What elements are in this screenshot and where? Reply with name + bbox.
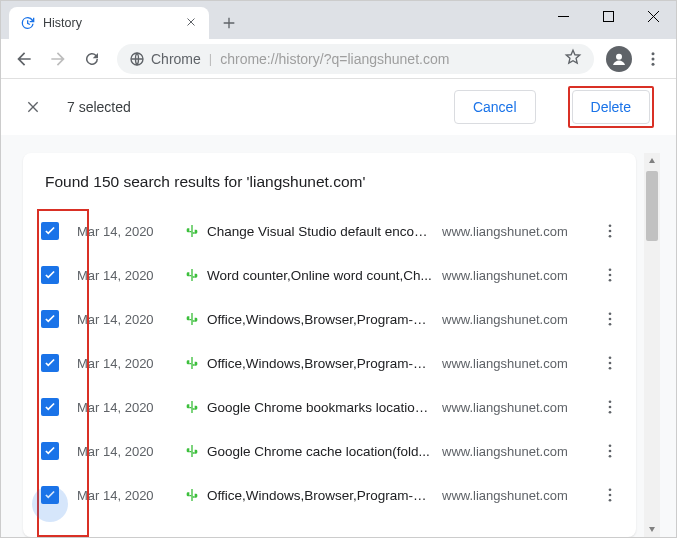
row-overflow-menu[interactable] [592,442,628,460]
checkbox-cell [23,398,77,416]
row-checkbox[interactable] [41,310,59,328]
row-checkbox[interactable] [41,398,59,416]
row-domain-link[interactable]: www.liangshunet.com [442,312,592,327]
svg-point-6 [609,224,612,227]
row-favicon [177,487,207,503]
browser-menu-button[interactable] [638,44,668,74]
back-button[interactable] [9,44,39,74]
close-window-button[interactable] [631,1,676,31]
row-overflow-menu[interactable] [592,222,628,240]
omnibox-separator: | [209,51,212,66]
svg-rect-0 [604,11,614,21]
svg-point-23 [609,455,612,458]
row-overflow-menu[interactable] [592,398,628,416]
svg-point-20 [609,411,612,414]
row-domain-link[interactable]: www.liangshunet.com [442,356,592,371]
row-overflow-menu[interactable] [592,354,628,372]
delete-button[interactable]: Delete [572,90,650,124]
profile-avatar[interactable] [604,44,634,74]
browser-toolbar: Chrome | chrome://history/?q=liangshunet… [1,39,676,79]
svg-point-26 [609,499,612,502]
row-checkbox[interactable] [41,354,59,372]
new-tab-button[interactable] [215,9,243,37]
scroll-down-arrow[interactable] [644,521,660,537]
row-title-link[interactable]: Google Chrome bookmarks location... [207,400,442,415]
annotation-highlight: Delete [568,86,654,128]
row-domain-link[interactable]: www.liangshunet.com [442,400,592,415]
row-checkbox[interactable] [41,442,59,460]
scroll-thumb[interactable] [646,171,658,241]
close-tab-icon[interactable] [183,13,199,33]
row-date: Mar 14, 2020 [77,356,177,371]
row-overflow-menu[interactable] [592,310,628,328]
row-overflow-menu[interactable] [592,266,628,284]
row-title-link[interactable]: Change Visual Studio default encod... [207,224,442,239]
row-title-link[interactable]: Office,Windows,Browser,Program-Li... [207,312,442,327]
history-icon [19,15,35,31]
reload-button[interactable] [77,44,107,74]
svg-point-24 [609,488,612,491]
forward-button[interactable] [43,44,73,74]
row-date: Mar 14, 2020 [77,400,177,415]
history-row: Mar 14, 2020Office,Windows,Browser,Progr… [23,473,636,517]
svg-point-8 [609,235,612,238]
scroll-up-arrow[interactable] [644,153,660,169]
row-favicon [177,223,207,239]
results-header: Found 150 search results for 'liangshune… [23,153,636,209]
vertical-scrollbar[interactable] [644,153,660,537]
content-area: Found 150 search results for 'liangshune… [1,135,676,537]
address-bar[interactable]: Chrome | chrome://history/?q=liangshunet… [117,44,594,74]
row-date: Mar 14, 2020 [77,268,177,283]
svg-point-22 [609,450,612,453]
row-domain-link[interactable]: www.liangshunet.com [442,268,592,283]
results-card: Found 150 search results for 'liangshune… [23,153,636,537]
clear-selection-button[interactable] [23,97,43,117]
row-domain-link[interactable]: www.liangshunet.com [442,224,592,239]
svg-point-16 [609,362,612,365]
row-checkbox[interactable] [41,266,59,284]
row-title-link[interactable]: Google Chrome cache location(fold... [207,444,442,459]
history-row: Mar 14, 2020Google Chrome bookmarks loca… [23,385,636,429]
checkbox-cell [23,222,77,240]
row-date: Mar 14, 2020 [77,312,177,327]
browser-tab[interactable]: History [9,7,209,39]
svg-point-15 [609,356,612,359]
avatar-icon [606,46,632,72]
row-favicon [177,355,207,371]
checkbox-cell [23,486,77,504]
row-domain-link[interactable]: www.liangshunet.com [442,488,592,503]
row-checkbox[interactable] [41,222,59,240]
svg-point-13 [609,318,612,321]
checkbox-cell [23,442,77,460]
svg-point-10 [609,274,612,277]
minimize-button[interactable] [541,1,586,31]
svg-point-4 [652,57,655,60]
svg-point-7 [609,230,612,233]
history-row: Mar 14, 2020Change Visual Studio default… [23,209,636,253]
svg-point-1 [131,53,143,65]
row-favicon [177,443,207,459]
bookmark-star-icon[interactable] [564,48,582,69]
row-date: Mar 14, 2020 [77,444,177,459]
history-row: Mar 14, 2020Office,Windows,Browser,Progr… [23,297,636,341]
window-titlebar: History [1,1,676,39]
site-info-icon[interactable]: Chrome [129,51,201,67]
selection-bar: 7 selected Cancel Delete [1,79,676,135]
svg-point-17 [609,367,612,370]
omnibox-url: chrome://history/?q=liangshunet.com [220,51,556,67]
history-row: Mar 14, 2020Office,Windows,Browser,Progr… [23,341,636,385]
row-overflow-menu[interactable] [592,486,628,504]
svg-point-9 [609,268,612,271]
maximize-button[interactable] [586,1,631,31]
row-title-link[interactable]: Word counter,Online word count,Ch... [207,268,442,283]
cancel-button[interactable]: Cancel [454,90,536,124]
row-date: Mar 14, 2020 [77,488,177,503]
row-favicon [177,267,207,283]
row-title-link[interactable]: Office,Windows,Browser,Program-Li... [207,488,442,503]
history-row: Mar 14, 2020Word counter,Online word cou… [23,253,636,297]
svg-point-5 [652,62,655,65]
results-list: Mar 14, 2020Change Visual Studio default… [23,209,636,537]
row-domain-link[interactable]: www.liangshunet.com [442,444,592,459]
svg-point-11 [609,279,612,282]
row-title-link[interactable]: Office,Windows,Browser,Program-Li... [207,356,442,371]
